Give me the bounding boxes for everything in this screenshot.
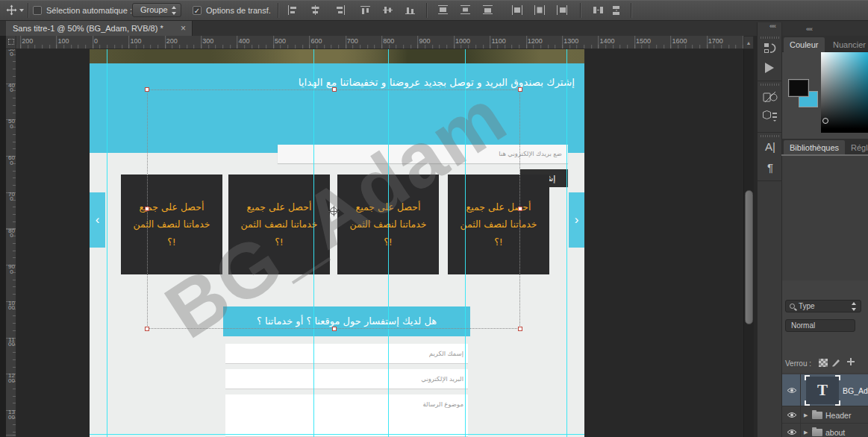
disclosure-triangle-icon[interactable]: ▶ <box>804 412 808 418</box>
lock-transparency-icon[interactable] <box>819 359 828 367</box>
masks-panel-icon[interactable] <box>762 89 778 104</box>
document-tab[interactable]: Sans titre-1 @ 50% (BG_Adam, RVB/8) * × <box>6 21 193 36</box>
auto-select-mode-dropdown[interactable]: Groupe <box>132 3 181 17</box>
properties-panel-icon[interactable] <box>762 110 778 125</box>
transform-handle[interactable] <box>518 207 522 211</box>
scroll-up-button[interactable]: ▲ <box>743 36 754 49</box>
visibility-eye-icon[interactable] <box>787 412 797 418</box>
tab-libraries[interactable]: Bibliothèques <box>784 140 845 155</box>
layer-filter-dropdown[interactable]: Type <box>785 300 861 312</box>
layer-group-row[interactable]: ▶ Header <box>782 406 868 424</box>
align-left-edges-icon[interactable] <box>287 4 299 16</box>
contact-email-field: البريد الإلكتروني <box>225 369 468 389</box>
ruler-label: 800 <box>383 37 394 45</box>
ruler-label: 1500 <box>636 37 651 45</box>
collapse-panels-icon[interactable]: «« <box>806 25 812 33</box>
distribute-horizontal-spacing-icon[interactable] <box>592 4 605 16</box>
carousel-next-arrow: › <box>569 192 584 248</box>
ruler-label: 100 <box>130 37 141 45</box>
move-tool-icon[interactable] <box>6 4 17 16</box>
ruler-label: 500 <box>275 37 286 45</box>
ruler-label: 500 <box>8 119 15 129</box>
document-canvas[interactable]: إشترك بصندوق البريد و توصل بجديد عروضنا … <box>90 49 584 437</box>
auto-select-checkbox[interactable] <box>33 6 42 15</box>
transform-handle[interactable] <box>145 87 149 92</box>
align-bottom-edges-icon[interactable] <box>404 4 416 16</box>
search-icon <box>790 304 795 309</box>
separator <box>28 3 28 18</box>
disclosure-triangle-icon[interactable]: ▶ <box>804 430 808 436</box>
ruler-label: 400 <box>8 84 15 93</box>
color-picker-gradient[interactable] <box>821 52 868 133</box>
tab-swatches[interactable]: Nuancier <box>827 37 868 52</box>
transform-handle[interactable] <box>518 87 522 92</box>
distribute-right-edges-icon[interactable] <box>556 4 569 16</box>
dropdown-arrows-icon <box>852 302 857 311</box>
layer-list: T BG_Ada ▶ Header ▶ about <box>782 373 868 437</box>
guide-vertical[interactable] <box>566 49 567 437</box>
layer-name[interactable]: Header <box>825 411 851 420</box>
lock-position-icon[interactable] <box>846 357 856 368</box>
character-panel-icon[interactable]: A| <box>762 139 778 154</box>
ruler-label: 1300 <box>8 410 15 420</box>
blend-mode-dropdown[interactable]: Normal <box>785 319 855 332</box>
layer-name[interactable]: about <box>825 428 845 437</box>
transform-reference-point-icon[interactable] <box>330 207 337 215</box>
text-layer-thumbnail[interactable]: T <box>806 377 839 404</box>
layers-panel: Type Normal Verrou : T BG_Ada <box>782 280 868 437</box>
tab-adjustments[interactable]: Régla <box>845 140 868 155</box>
actions-panel-icon[interactable] <box>762 61 778 76</box>
ruler-label: 700 <box>347 37 358 45</box>
group-folder-icon <box>812 412 822 419</box>
distribute-vertical-centers-icon[interactable] <box>459 4 472 16</box>
lock-paint-icon[interactable] <box>831 357 842 368</box>
vertical-scrollbar[interactable] <box>743 49 754 437</box>
ruler-label: 600 <box>310 37 322 45</box>
guide-horizontal[interactable] <box>90 434 584 435</box>
ruler-label: 300 <box>202 37 213 45</box>
paragraph-panel-icon[interactable]: ¶ <box>762 160 778 175</box>
tool-preset-caret-icon[interactable] <box>19 9 24 12</box>
foreground-color-swatch[interactable] <box>788 79 809 97</box>
guide-vertical[interactable] <box>107 49 107 437</box>
align-horizontal-centers-icon[interactable] <box>309 4 322 16</box>
layer-filter-value: Type <box>799 302 815 310</box>
lock-label: Verrou : <box>785 359 811 368</box>
transform-handle[interactable] <box>332 327 337 331</box>
distribute-horizontal-centers-icon[interactable] <box>534 4 546 16</box>
transform-handle[interactable] <box>518 327 522 331</box>
distribute-bottom-edges-icon[interactable] <box>481 4 494 16</box>
separator <box>580 3 581 18</box>
window-left-edge <box>0 36 6 437</box>
ruler-label: 1200 <box>528 37 543 45</box>
history-panel-icon[interactable] <box>762 42 778 57</box>
auto-select-label: Sélection automatique : <box>46 6 132 15</box>
group-folder-icon <box>812 429 822 436</box>
layer-row-selected[interactable]: T BG_Ada <box>782 374 868 406</box>
ruler-label: 1000 <box>455 37 470 45</box>
transform-handle[interactable] <box>145 207 149 211</box>
visibility-eye-icon[interactable] <box>787 387 797 394</box>
transform-handle[interactable] <box>332 87 337 92</box>
distribute-left-edges-icon[interactable] <box>511 4 524 16</box>
align-top-edges-icon[interactable] <box>359 4 372 16</box>
distribute-top-edges-icon[interactable] <box>437 4 449 16</box>
align-right-edges-icon[interactable] <box>334 4 346 16</box>
visibility-eye-icon[interactable] <box>787 429 797 436</box>
separator <box>631 3 631 18</box>
expand-panels-icon[interactable]: «« <box>769 22 775 30</box>
close-tab-icon[interactable]: × <box>181 21 186 36</box>
transform-handle[interactable] <box>145 327 149 331</box>
show-transform-checkbox[interactable]: ✓ <box>193 6 202 15</box>
color-picker-cursor[interactable] <box>822 118 828 124</box>
carousel-prev-arrow: ‹ <box>90 192 105 248</box>
layer-group-row[interactable]: ▶ about <box>782 424 868 437</box>
distribute-vertical-spacing-icon[interactable] <box>611 4 623 16</box>
tab-color[interactable]: Couleur <box>784 37 825 52</box>
align-vertical-centers-icon[interactable] <box>381 4 394 16</box>
ruler-origin-corner[interactable] <box>6 36 16 49</box>
collapsed-panels-dock: «« A| ¶ <box>757 22 782 437</box>
auto-select-mode-value: Groupe <box>140 5 168 14</box>
layer-name[interactable]: BG_Ada <box>843 386 868 395</box>
scrollbar-thumb[interactable] <box>745 190 753 324</box>
